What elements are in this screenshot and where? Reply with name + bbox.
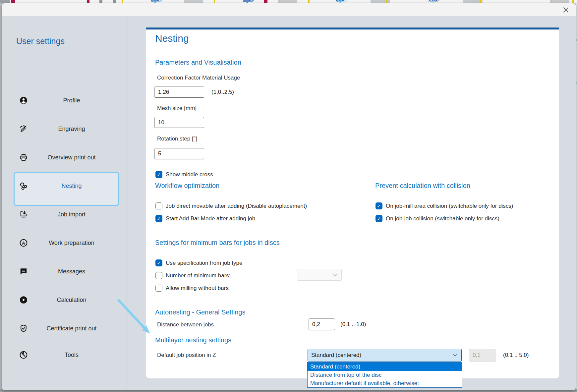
printer-icon [19,153,28,162]
z-range-hint: (0.1 .. 5.0) [503,349,529,362]
checkbox-box: ✓ [155,272,162,279]
background-digital-label: digital: [243,0,254,3]
checkbox-label: Use specification from job type [166,260,243,266]
number-min-bars-checkbox[interactable]: ✓ Number of minimum bars: [155,272,231,279]
checkbox-label: On job-job collision (switchable only fo… [386,215,499,222]
check-icon: ✓ [157,260,161,265]
calculation-icon [19,296,28,304]
check-icon: ✓ [157,216,161,221]
job-mill-collision-checkbox[interactable]: ✓ On job-mill area collision (switchable… [375,202,513,209]
checkbox-box: ✓ [155,259,162,266]
correction-factor-input[interactable] [154,86,204,98]
sidebar-item-work-preparation[interactable]: A Work preparation [11,234,121,252]
dialog-titlebar [2,3,576,16]
rotation-step-label: Rotation step [°] [157,136,197,142]
sidebar-item-profile[interactable]: Profile [11,92,121,109]
dropdown-option-standard-centered[interactable]: Standard (centered) [308,363,462,371]
check-icon: ✓ [377,216,381,221]
section-heading-collision: Prevent calculation with collision [375,182,470,190]
sidebar-item-tools[interactable]: Tools [11,346,121,364]
checkbox-label: On job-mill area collision (switchable o… [386,203,513,209]
default-job-position-label: Default job position in Z [157,352,216,359]
checkbox-label: Number of minimum bars: [166,272,231,279]
checkbox-label: Start Add Bar Mode after adding job [166,215,255,222]
chevron-down-icon [453,354,461,357]
checkbox-box: ✓ [155,202,162,209]
close-button[interactable] [560,5,571,14]
sidebar-item-engraving[interactable]: Engraving [11,120,121,138]
checkbox-box: ✓ [155,285,162,292]
section-heading-min-bars: Settings for minimum bars for jobs in di… [155,239,280,247]
use-specification-checkbox[interactable]: ✓ Use specification from job type [155,259,243,266]
background-digital-label: digital: [429,0,439,3]
correction-factor-range-hint: (1,0..2,5) [211,86,234,98]
checkbox-label: Allow milling without bars [166,285,229,292]
background-digital-label: digital: [336,0,347,3]
sidebar: User settings Profile [2,16,127,390]
profile-icon [19,96,28,105]
distance-between-jobs-input[interactable] [309,318,335,330]
mesh-size-input[interactable] [154,117,204,128]
chevron-down-icon [333,273,337,276]
dropdown-option-manufacturer-default[interactable]: Manufacturer default if available, other… [308,379,462,387]
checkbox-label: Show middle cross [166,171,213,178]
mesh-size-label: Mesh size [mm] [157,105,197,112]
combobox-selected-value: Standard (centered) [308,352,453,359]
sidebar-item-overview-print-out[interactable]: Overview print out [11,149,121,166]
checkbox-box: ✓ [155,171,162,178]
job-direct-movable-checkbox[interactable]: ✓ Job direct movable after adding (Disab… [155,202,307,209]
sidebar-item-job-import[interactable]: Job import [11,206,121,223]
background-digital-label: digital: [151,0,162,3]
checkbox-box: ✓ [375,202,382,209]
start-add-bar-checkbox[interactable]: ✓ Start Add Bar Mode after adding job [155,215,255,222]
checkbox-box: ✓ [375,215,382,222]
rotation-step-input[interactable] [154,148,204,159]
messages-icon [19,267,28,276]
check-icon: ✓ [157,172,161,177]
nesting-icon [19,182,28,190]
svg-text:A: A [22,241,25,246]
page-title: Nesting [155,33,189,44]
allow-milling-checkbox[interactable]: ✓ Allow milling without bars [155,285,229,292]
job-position-z-combobox[interactable]: Standard (centered) [308,349,462,362]
section-heading-parameters: Parameters and Visualisation [155,59,241,66]
certificate-icon [19,324,28,333]
distance-range-hint: (0.1 .. 1.0) [340,318,366,331]
tools-icon [19,351,28,359]
show-middle-cross-checkbox[interactable]: ✓ Show middle cross [155,171,213,178]
checkbox-box: ✓ [155,215,162,222]
sidebar-item-nesting[interactable]: Nesting [11,177,121,195]
engraving-icon [19,125,28,133]
section-heading-multilayer: Multilayer nesting settings [155,336,231,344]
close-icon [563,7,569,13]
distance-between-jobs-label: Distance between jobs [157,321,214,328]
job-job-collision-checkbox[interactable]: ✓ On job-job collision (switchable only … [375,215,499,222]
checkbox-label: Job direct movable after adding (Disable… [166,203,307,209]
work-preparation-icon: A [19,239,28,247]
dialog-body: User settings Profile [2,16,576,390]
correction-factor-label: Correction Factor Material Usage [157,75,240,81]
min-bars-count-select[interactable] [297,269,342,281]
section-heading-workflow: Workflow optimization [155,182,219,190]
job-import-icon [19,210,28,219]
nesting-settings-panel: Nesting Parameters and Visualisation Cor… [146,29,559,378]
job-position-z-dropdown-list: Standard (centered) Distance from top of… [307,362,462,388]
section-heading-autonesting: Autonesting - General Settings [155,308,245,316]
user-settings-dialog: User settings Profile [2,3,576,390]
dropdown-option-distance-from-top[interactable]: Distance from top of the disc [308,371,462,379]
z-distance-input-disabled [469,349,496,362]
sidebar-title: User settings [16,36,65,46]
sidebar-item-certificate-print-out[interactable]: Certificate print out [11,320,121,337]
sidebar-item-messages[interactable]: Messages [11,263,121,280]
sidebar-item-calculation[interactable]: Calculation [11,291,121,308]
check-icon: ✓ [377,203,381,208]
